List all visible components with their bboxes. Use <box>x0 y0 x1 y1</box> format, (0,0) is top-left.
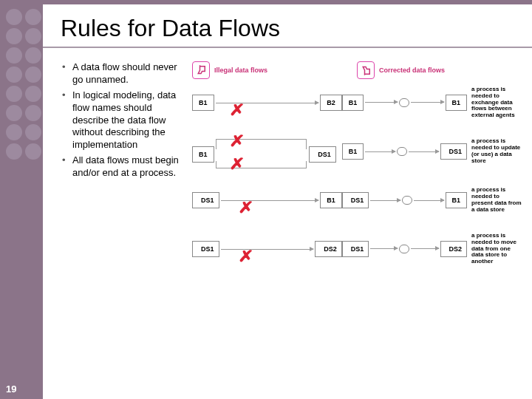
cross-icon: ✗ <box>229 101 245 120</box>
datastore-box: DS2 <box>315 241 342 257</box>
arrow-icon <box>409 151 439 152</box>
datastore-box: DS2 <box>440 241 468 257</box>
process-box <box>402 196 412 205</box>
datastore-box: DS1 <box>440 143 468 160</box>
entity-box: B1 <box>320 192 342 208</box>
process-box <box>399 245 409 253</box>
diagram-area: Illegal data flows Corrected data flows … <box>192 61 522 279</box>
corrected-header: Corrected data flows <box>357 61 522 79</box>
arrow-icon <box>365 151 395 152</box>
arrow-icon <box>411 248 438 249</box>
datastore-box: DS1 <box>192 192 219 208</box>
entity-box: B1 <box>446 192 468 208</box>
arrow-icon <box>221 200 319 201</box>
process-box <box>397 147 407 156</box>
cross-icon: ✗ <box>238 199 254 217</box>
arrow-icon <box>365 102 398 103</box>
slide-content: Rules for Data Flows A data flow should … <box>43 4 532 399</box>
cross-icon: ✗ <box>229 155 245 174</box>
datastore-box: DS1 <box>192 241 219 257</box>
illegal-label: Illegal data flows <box>214 66 267 74</box>
slide-title: Rules for Data Flows <box>43 4 532 48</box>
thumbs-up-icon <box>357 61 375 79</box>
entity-box: B2 <box>320 95 342 111</box>
caption-text: a process is needed to present data from… <box>468 187 522 213</box>
arrow-icon <box>411 102 443 103</box>
decorative-dots <box>6 9 41 163</box>
arrow-icon <box>414 200 444 201</box>
thumbs-down-icon <box>192 61 210 79</box>
bullet-list: A data flow should never go unnamed. In … <box>61 61 186 279</box>
slide-number: 19 <box>6 383 16 395</box>
arrow-icon <box>370 200 400 201</box>
entity-box: B1 <box>342 95 364 111</box>
bullet-item: All data flows must begin and/or end at … <box>61 154 186 180</box>
cross-icon: ✗ <box>229 132 245 151</box>
datastore-box: DS1 <box>342 241 369 257</box>
arrow-icon <box>370 248 398 249</box>
cross-icon: ✗ <box>238 248 254 266</box>
entity-box: B1 <box>446 95 468 111</box>
caption-text: a process is needed to move data from on… <box>468 233 522 265</box>
caption-text: a process is needed to exchange data flo… <box>468 86 522 119</box>
datastore-box: DS1 <box>309 146 336 163</box>
entity-box: B1 <box>192 146 214 163</box>
illegal-header: Illegal data flows <box>192 61 357 79</box>
datastore-box: DS1 <box>342 192 369 208</box>
bullet-item: In logical modeling, data flow names sho… <box>61 89 186 151</box>
bullet-item: A data flow should never go unnamed. <box>61 61 186 86</box>
caption-text: a process is needed to update (or use) a… <box>468 138 522 164</box>
slide-body: A data flow should never go unnamed. In … <box>43 48 532 279</box>
process-box <box>399 98 409 107</box>
arrow-icon <box>221 249 314 250</box>
corrected-label: Corrected data flows <box>379 66 445 74</box>
entity-box: B1 <box>192 95 214 111</box>
entity-box: B1 <box>342 143 364 160</box>
